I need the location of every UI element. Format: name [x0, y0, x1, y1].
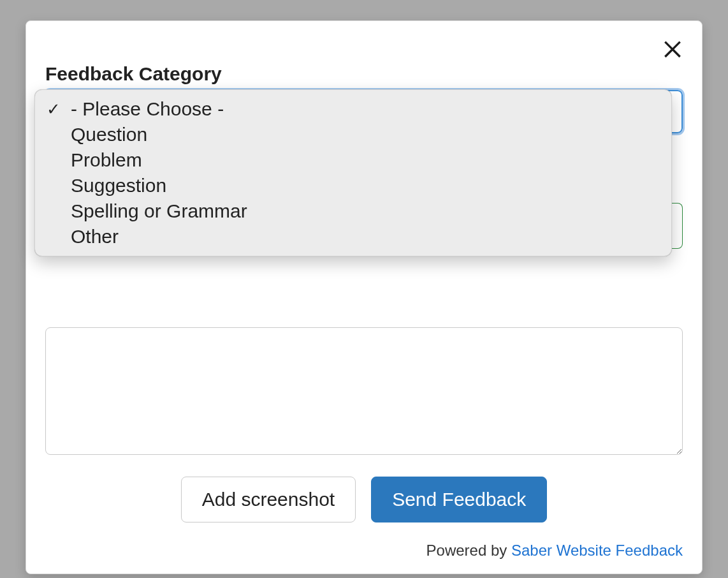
- add-screenshot-button[interactable]: Add screenshot: [181, 477, 356, 522]
- dropdown-option[interactable]: Other: [35, 224, 671, 249]
- footer-link[interactable]: Saber Website Feedback: [511, 542, 683, 559]
- modal-footer: Powered by Saber Website Feedback: [45, 542, 683, 559]
- send-feedback-button[interactable]: Send Feedback: [371, 477, 547, 522]
- feedback-category-label: Feedback Category: [45, 63, 683, 85]
- dropdown-option[interactable]: Question: [35, 122, 671, 147]
- feedback-textarea[interactable]: [45, 327, 683, 455]
- footer-prefix: Powered by: [426, 542, 511, 559]
- button-row: Add screenshot Send Feedback: [45, 477, 683, 522]
- dropdown-option[interactable]: - Please Choose -: [35, 96, 671, 122]
- dropdown-option[interactable]: Suggestion: [35, 173, 671, 198]
- close-icon[interactable]: [660, 35, 685, 61]
- dropdown-option[interactable]: Problem: [35, 147, 671, 173]
- feedback-category-dropdown[interactable]: - Please Choose -QuestionProblemSuggesti…: [34, 89, 672, 256]
- dropdown-option[interactable]: Spelling or Grammar: [35, 198, 671, 224]
